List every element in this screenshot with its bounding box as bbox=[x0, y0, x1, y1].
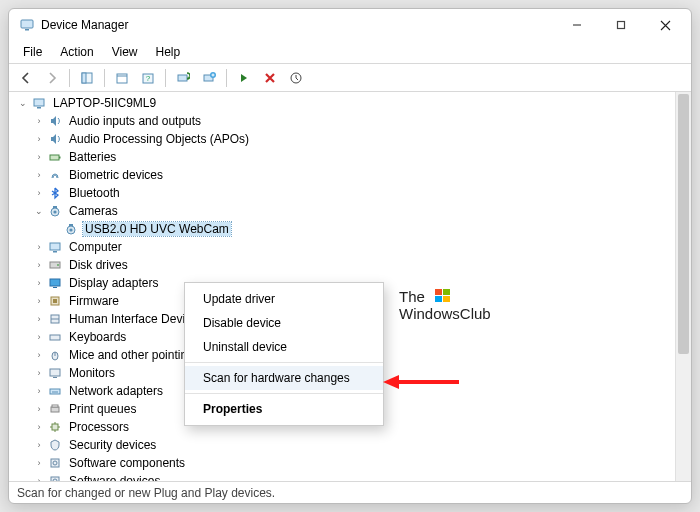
expand-icon[interactable]: › bbox=[33, 259, 45, 271]
svg-rect-29 bbox=[53, 287, 57, 288]
svg-rect-56 bbox=[435, 289, 442, 295]
enable-device-button[interactable] bbox=[233, 67, 255, 89]
menu-file[interactable]: File bbox=[15, 43, 50, 61]
cm-properties[interactable]: Properties bbox=[185, 397, 383, 421]
category-label: Monitors bbox=[67, 366, 117, 380]
software-icon bbox=[47, 455, 63, 471]
expand-icon[interactable]: › bbox=[33, 331, 45, 343]
content-area: ⌄ LAPTOP-5IIC9ML9 ›Audio inputs and outp… bbox=[9, 92, 691, 481]
forward-button[interactable] bbox=[41, 67, 63, 89]
svg-rect-44 bbox=[52, 424, 58, 430]
expand-icon[interactable]: › bbox=[33, 169, 45, 181]
category-label: Network adapters bbox=[67, 384, 165, 398]
computer-icon bbox=[47, 239, 63, 255]
expand-icon[interactable]: › bbox=[33, 151, 45, 163]
svg-rect-42 bbox=[51, 407, 59, 412]
scrollbar-thumb[interactable] bbox=[678, 94, 689, 354]
svg-rect-17 bbox=[59, 157, 61, 159]
maximize-button[interactable] bbox=[599, 11, 643, 39]
tree-category[interactable]: ›Software components bbox=[9, 454, 675, 472]
expand-icon[interactable]: › bbox=[33, 295, 45, 307]
menu-help[interactable]: Help bbox=[148, 43, 189, 61]
category-label: Security devices bbox=[67, 438, 158, 452]
expand-icon[interactable]: › bbox=[33, 349, 45, 361]
expand-icon[interactable]: › bbox=[33, 313, 45, 325]
expand-icon[interactable]: › bbox=[33, 187, 45, 199]
cm-scan-hardware[interactable]: Scan for hardware changes bbox=[185, 366, 383, 390]
svg-rect-23 bbox=[69, 224, 73, 226]
tree-category[interactable]: ›Software devices bbox=[9, 472, 675, 481]
svg-rect-3 bbox=[618, 22, 625, 29]
expand-icon[interactable]: › bbox=[33, 385, 45, 397]
minimize-button[interactable] bbox=[555, 11, 599, 39]
properties-button[interactable] bbox=[111, 67, 133, 89]
collapse-icon[interactable]: ⌄ bbox=[17, 97, 29, 109]
tree-category[interactable]: ›Security devices bbox=[9, 436, 675, 454]
svg-rect-10 bbox=[178, 75, 187, 81]
category-label: Batteries bbox=[67, 150, 118, 164]
svg-point-22 bbox=[69, 228, 72, 231]
svg-rect-14 bbox=[34, 99, 44, 106]
cm-update-driver[interactable]: Update driver bbox=[185, 287, 383, 311]
category-label: Keyboards bbox=[67, 330, 128, 344]
svg-rect-16 bbox=[50, 155, 59, 160]
tree-category[interactable]: ›Audio Processing Objects (APOs) bbox=[9, 130, 675, 148]
expand-icon[interactable]: › bbox=[33, 475, 45, 481]
device-tree[interactable]: ⌄ LAPTOP-5IIC9ML9 ›Audio inputs and outp… bbox=[9, 92, 675, 481]
tree-category[interactable]: ›Biometric devices bbox=[9, 166, 675, 184]
camera-icon bbox=[47, 203, 63, 219]
expand-icon[interactable]: › bbox=[33, 439, 45, 451]
svg-rect-25 bbox=[53, 251, 57, 253]
tree-category[interactable]: ›Computer bbox=[9, 238, 675, 256]
svg-rect-5 bbox=[82, 73, 86, 83]
svg-rect-20 bbox=[53, 206, 57, 208]
category-label: Display adapters bbox=[67, 276, 160, 290]
expand-icon[interactable]: › bbox=[33, 421, 45, 433]
expand-icon[interactable]: › bbox=[33, 403, 45, 415]
category-label: Print queues bbox=[67, 402, 138, 416]
watermark-line1: The bbox=[399, 288, 425, 305]
expand-icon[interactable]: › bbox=[33, 367, 45, 379]
svg-rect-28 bbox=[50, 279, 60, 286]
scan-hardware-button[interactable] bbox=[172, 67, 194, 89]
menu-view[interactable]: View bbox=[104, 43, 146, 61]
expand-icon[interactable]: › bbox=[33, 115, 45, 127]
add-legacy-button[interactable] bbox=[198, 67, 220, 89]
uninstall-device-button[interactable] bbox=[259, 67, 281, 89]
tree-category[interactable]: ⌄Cameras bbox=[9, 202, 675, 220]
update-driver-button[interactable] bbox=[285, 67, 307, 89]
svg-rect-1 bbox=[25, 29, 29, 31]
tree-root[interactable]: ⌄ LAPTOP-5IIC9ML9 bbox=[9, 94, 675, 112]
tree-category[interactable]: ›Disk drives bbox=[9, 256, 675, 274]
close-button[interactable] bbox=[643, 11, 687, 39]
context-menu: Update driver Disable device Uninstall d… bbox=[184, 282, 384, 426]
category-label: Processors bbox=[67, 420, 131, 434]
firmware-icon bbox=[47, 293, 63, 309]
vertical-scrollbar[interactable] bbox=[675, 92, 691, 481]
menu-action[interactable]: Action bbox=[52, 43, 101, 61]
root-label: LAPTOP-5IIC9ML9 bbox=[51, 96, 158, 110]
security-icon bbox=[47, 437, 63, 453]
biometric-icon bbox=[47, 167, 63, 183]
cm-uninstall-device[interactable]: Uninstall device bbox=[185, 335, 383, 359]
expand-icon[interactable]: › bbox=[33, 277, 45, 289]
expand-icon[interactable]: › bbox=[33, 457, 45, 469]
svg-rect-38 bbox=[50, 369, 60, 376]
help-button[interactable]: ? bbox=[137, 67, 159, 89]
expand-icon[interactable]: › bbox=[33, 133, 45, 145]
cm-disable-device[interactable]: Disable device bbox=[185, 311, 383, 335]
tree-device-selected[interactable]: USB2.0 HD UVC WebCam bbox=[9, 220, 675, 238]
back-button[interactable] bbox=[15, 67, 37, 89]
category-label: Human Interface Devic bbox=[67, 312, 193, 326]
window-title: Device Manager bbox=[41, 18, 128, 32]
expand-icon[interactable]: › bbox=[33, 241, 45, 253]
status-text: Scan for changed or new Plug and Play de… bbox=[17, 486, 275, 500]
collapse-icon[interactable]: ⌄ bbox=[33, 205, 45, 217]
display-icon bbox=[47, 275, 63, 291]
show-hide-tree-button[interactable] bbox=[76, 67, 98, 89]
tree-category[interactable]: ›Batteries bbox=[9, 148, 675, 166]
software-icon bbox=[47, 473, 63, 481]
tree-category[interactable]: ›Audio inputs and outputs bbox=[9, 112, 675, 130]
tree-category[interactable]: ›Bluetooth bbox=[9, 184, 675, 202]
device-label: USB2.0 HD UVC WebCam bbox=[83, 222, 231, 236]
